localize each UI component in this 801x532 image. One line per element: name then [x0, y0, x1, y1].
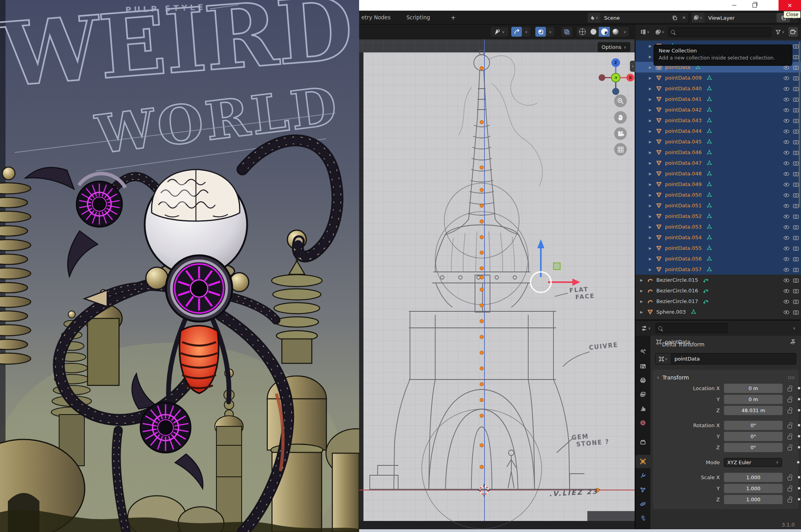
- render-visibility-camera-icon[interactable]: [793, 266, 799, 273]
- properties-tab[interactable]: [635, 345, 650, 359]
- object-type-icon[interactable]: [656, 266, 662, 272]
- transform-panel-header[interactable]: ∨ Transform: [653, 372, 799, 383]
- animate-dot[interactable]: [798, 409, 800, 411]
- expand-arrow-icon[interactable]: ▶: [640, 289, 647, 293]
- rotation-mode-dropdown[interactable]: XYZ Euler ∨: [724, 458, 782, 467]
- visibility-eye-icon[interactable]: [783, 309, 790, 315]
- outliner-row[interactable]: ▶ pointData.057: [635, 264, 801, 275]
- properties-tab[interactable]: [635, 402, 650, 415]
- outliner-row[interactable]: ▶ pointData.053: [635, 221, 801, 232]
- expand-arrow-icon[interactable]: ▶: [649, 161, 656, 165]
- expand-arrow-icon[interactable]: ▶: [640, 299, 647, 303]
- pin-icon[interactable]: [789, 339, 795, 346]
- object-name[interactable]: pointData.044: [665, 128, 702, 134]
- lock-icon[interactable]: [787, 485, 793, 491]
- xray-toggle[interactable]: [561, 27, 572, 37]
- expand-arrow-icon[interactable]: ▶: [649, 268, 656, 272]
- object-type-icon[interactable]: [656, 75, 662, 81]
- camera-view-button[interactable]: [614, 127, 627, 140]
- transform-value-slider[interactable]: 1.000: [724, 495, 783, 504]
- object-type-icon[interactable]: [656, 181, 662, 187]
- expand-arrow-icon[interactable]: ▶: [649, 246, 656, 250]
- transform-value-slider[interactable]: 0°: [724, 432, 783, 441]
- outliner-row[interactable]: ▶ pointData.009: [635, 73, 801, 83]
- visibility-eye-icon[interactable]: [783, 75, 790, 81]
- object-name[interactable]: pointData.040: [665, 86, 702, 91]
- object-name[interactable]: BezierCircle.016: [656, 288, 698, 294]
- object-type-icon[interactable]: [656, 213, 662, 219]
- properties-tab[interactable]: [635, 512, 650, 525]
- outliner-row[interactable]: ▶ pointData.048: [635, 168, 801, 179]
- outliner-row[interactable]: ▶ pointData.047: [635, 158, 801, 168]
- object-type-icon[interactable]: [656, 245, 662, 251]
- render-visibility-camera-icon[interactable]: [793, 298, 799, 305]
- close-button[interactable]: ✕: [779, 0, 801, 11]
- snap-dropdown[interactable]: ∨: [522, 27, 530, 37]
- object-name[interactable]: pointData.055: [665, 245, 702, 251]
- expand-arrow-icon[interactable]: ▶: [649, 140, 656, 144]
- properties-tab[interactable]: [635, 497, 650, 511]
- expand-arrow-icon[interactable]: ▶: [649, 225, 656, 229]
- expand-arrow-icon[interactable]: ▶: [649, 65, 656, 69]
- object-name-value[interactable]: pointData: [671, 356, 704, 362]
- visibility-eye-icon[interactable]: [783, 96, 790, 102]
- object-type-icon[interactable]: [656, 107, 662, 113]
- outliner-row[interactable]: ▶ pointData.050: [635, 190, 801, 200]
- visibility-eye-icon[interactable]: [783, 298, 790, 305]
- expand-arrow-icon[interactable]: ▶: [649, 76, 656, 80]
- object-name[interactable]: pointData.050: [665, 192, 702, 198]
- properties-tab[interactable]: [635, 483, 650, 497]
- object-name[interactable]: pointData.041: [665, 96, 702, 102]
- lock-icon[interactable]: [787, 474, 793, 480]
- visibility-eye-icon[interactable]: [783, 128, 790, 134]
- outliner-row[interactable]: ▶ BezierCircle.016: [635, 285, 801, 296]
- expand-arrow-icon[interactable]: ▶: [649, 108, 656, 112]
- outliner-row[interactable]: ▶ pointData.051: [635, 200, 801, 211]
- animate-dot[interactable]: [797, 461, 799, 463]
- properties-options-dropdown[interactable]: ∨: [791, 324, 797, 333]
- workspace-tab-geometry-nodes[interactable]: etry Nodes: [361, 11, 391, 24]
- expand-arrow-icon[interactable]: ▶: [649, 172, 656, 176]
- object-type-icon[interactable]: [656, 224, 662, 230]
- transform-value-slider[interactable]: 1.000: [724, 484, 783, 493]
- object-name[interactable]: pointData.052: [665, 213, 702, 219]
- editor-type-properties-icon[interactable]: ∨: [639, 324, 652, 333]
- object-type-icon[interactable]: [647, 277, 654, 283]
- object-name[interactable]: pointData.042: [665, 107, 702, 113]
- new-scene-icon[interactable]: [669, 13, 680, 23]
- visibility-eye-icon[interactable]: [783, 213, 790, 219]
- workspace-tab-scripting[interactable]: Scripting: [406, 11, 430, 24]
- outliner-row[interactable]: ▶ BezierCircle.017: [635, 296, 801, 307]
- panel-grip-icon[interactable]: [788, 376, 795, 379]
- visibility-eye-icon[interactable]: [783, 107, 790, 113]
- object-type-icon[interactable]: [656, 96, 662, 102]
- shading-wireframe-button[interactable]: [577, 27, 588, 37]
- render-visibility-camera-icon[interactable]: [793, 309, 799, 315]
- object-name[interactable]: BezierCircle.015: [656, 277, 698, 283]
- properties-search-input[interactable]: [656, 323, 728, 333]
- animate-dot[interactable]: [798, 424, 800, 426]
- viewlayer-name-value[interactable]: ViewLayer: [704, 15, 777, 21]
- object-type-icon[interactable]: [656, 192, 662, 198]
- add-workspace-button[interactable]: +: [451, 11, 456, 24]
- shading-solid-button[interactable]: [588, 27, 599, 37]
- transform-value-slider[interactable]: 0°: [724, 420, 783, 430]
- object-name[interactable]: pointData.051: [665, 203, 702, 208]
- object-type-icon[interactable]: [656, 128, 662, 134]
- object-type-icon[interactable]: [656, 139, 662, 145]
- visibility-eye-icon[interactable]: [783, 117, 790, 124]
- render-visibility-camera-icon[interactable]: [793, 234, 799, 241]
- lock-icon[interactable]: [787, 407, 793, 413]
- object-name[interactable]: pointData.054: [665, 234, 702, 240]
- shading-rendered-button[interactable]: [610, 27, 621, 37]
- expand-arrow-icon[interactable]: ▶: [649, 257, 656, 261]
- outliner-row[interactable]: ▶ pointData.052: [635, 211, 801, 221]
- proportional-dropdown[interactable]: ∨: [546, 27, 554, 37]
- render-visibility-camera-icon[interactable]: [793, 256, 799, 262]
- outliner-row[interactable]: ▶ pointData.055: [635, 243, 801, 253]
- animate-dot[interactable]: [798, 446, 800, 448]
- object-name[interactable]: pointData.053: [665, 224, 702, 230]
- object-type-icon[interactable]: [656, 86, 662, 91]
- shading-material-button[interactable]: [599, 27, 610, 37]
- object-name[interactable]: pointData.057: [665, 266, 702, 272]
